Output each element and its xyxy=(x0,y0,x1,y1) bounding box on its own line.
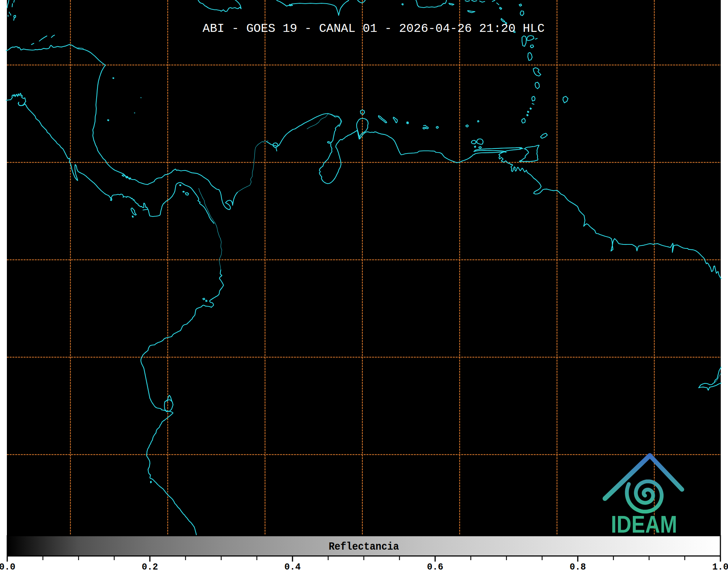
svg-text:0.6: 0.6 xyxy=(427,562,443,571)
svg-text:0.8: 0.8 xyxy=(569,562,586,571)
svg-text:1.0: 1.0 xyxy=(712,562,728,571)
svg-text:IDEAM: IDEAM xyxy=(611,511,677,538)
svg-text:ABI - GOES 19 - CANAL 01 - 202: ABI - GOES 19 - CANAL 01 - 2026-04-26 21… xyxy=(203,22,545,35)
svg-text:0.0: 0.0 xyxy=(0,562,16,571)
svg-text:0.2: 0.2 xyxy=(142,562,158,571)
svg-text:Reflectancia: Reflectancia xyxy=(329,541,399,553)
svg-text:0.4: 0.4 xyxy=(284,562,300,571)
